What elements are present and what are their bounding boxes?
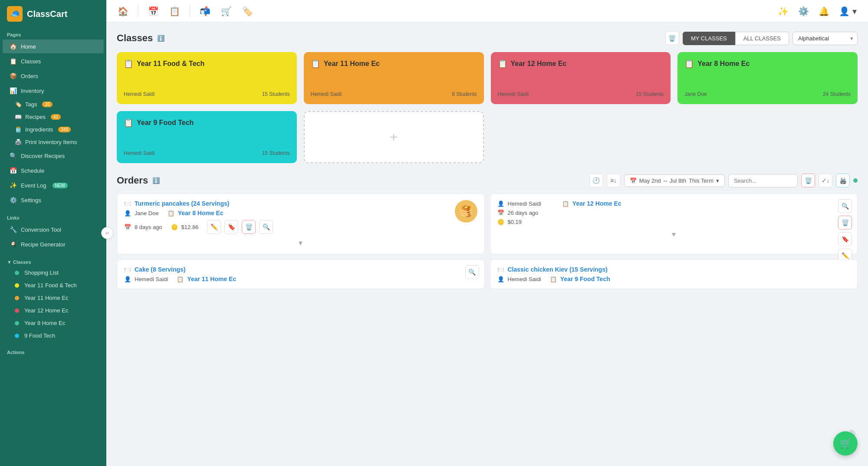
order-3-search-button[interactable]: 🔍: [465, 265, 479, 279]
sidebar-item-schedule[interactable]: 📅 Schedule: [3, 164, 104, 177]
ingredients-badge: 349: [58, 127, 71, 132]
class-card-y8he-students: 24 Students: [823, 91, 851, 97]
order-2-bookmark-button[interactable]: 🔖: [838, 232, 852, 246]
topnav-gear-icon[interactable]: ⚙️: [796, 3, 812, 19]
class-card-y12he-students: 15 Students: [636, 91, 664, 97]
topnav-home-icon[interactable]: 🏠: [115, 3, 131, 19]
order-1-delete-button[interactable]: 🗑️: [242, 220, 256, 234]
date-range-button[interactable]: 📅 May 2nd ↔ Jul 8th This Term ▾: [624, 174, 725, 187]
order-3-teacher: Hemedi Saidi: [135, 276, 168, 282]
y11he-dot: [15, 296, 19, 300]
class-card-y9ft[interactable]: 📋 Year 9 Food Tech Hemedi Saidi 15 Stude…: [117, 111, 297, 163]
class-card-y12he-header: 📋 Year 12 Home Ec: [498, 59, 664, 69]
tags-icon: 🏷️: [15, 101, 22, 108]
logo-icon: 🧢: [7, 6, 23, 22]
all-classes-tab[interactable]: ALL CLASSES: [735, 32, 789, 45]
brand-name: ClassCart: [27, 9, 67, 19]
topnav-clipboard-icon[interactable]: 📋: [167, 3, 183, 19]
add-class-button[interactable]: +: [304, 111, 484, 163]
order-1-search-button[interactable]: 🔍: [259, 220, 273, 234]
classes-sort-select[interactable]: Alphabetical Recent Custom: [792, 32, 858, 45]
sidebar-item-inventory[interactable]: 📊 Inventory: [3, 84, 104, 98]
top-nav: 🏠 📅 📋 📬 🛒 🏷️ ✨ ⚙️ 🔔 👤 ▾: [106, 0, 868, 23]
sidebar-home-label: Home: [21, 43, 36, 50]
order-2-expand[interactable]: ▾: [497, 230, 851, 239]
order-1-image: 🥞: [455, 200, 477, 223]
sidebar-item-recipe-gen[interactable]: 🍳 Recipe Generator: [3, 237, 104, 251]
orders-delete-button[interactable]: 🗑️: [801, 174, 815, 187]
class-card-y12he-name: Year 12 Home Ec: [511, 60, 567, 68]
classes-trash-button[interactable]: 🗑️: [665, 31, 679, 45]
sidebar-item-eventlog[interactable]: ✨ Event Log NEW: [3, 178, 104, 192]
sidebar-class-y8he[interactable]: Year 8 Home Ec: [3, 317, 104, 329]
sidebar-item-discover[interactable]: 🔍 Discover Recipes: [3, 149, 104, 163]
sidebar-class-y11he[interactable]: Year 11 Home Ec: [3, 292, 104, 304]
collapse-sidebar-button[interactable]: ‹‹: [101, 227, 113, 239]
order-1-recipe-link[interactable]: Turmeric pancakes (24 Servings): [135, 200, 229, 207]
sidebar-item-orders[interactable]: 📦 Orders: [3, 69, 104, 83]
sidebar: 🧢 ClassCart Pages 🏠 Home 📋 Classes 📦 Ord…: [0, 0, 106, 466]
class-card-y12he[interactable]: 📋 Year 12 Home Ec Hemedi Saidi 15 Studen…: [491, 52, 671, 104]
order-2-delete-button[interactable]: 🗑️: [838, 216, 852, 230]
sidebar-item-settings[interactable]: ⚙️ Settings: [3, 193, 104, 207]
sidebar-class-y12he[interactable]: Year 12 Home Ec: [3, 305, 104, 316]
order-1-class-link[interactable]: Year 8 Home Ec: [178, 210, 224, 217]
topnav-mail-icon[interactable]: 📬: [197, 3, 213, 19]
class-card-y11ft[interactable]: 📋 Year 11 Food & Tech Hemedi Saidi 15 St…: [117, 52, 297, 104]
links-section-label: Links: [0, 211, 106, 222]
order-4-recipe-link[interactable]: Classic chicken Kiev (15 Servings): [508, 266, 608, 273]
orders-info-icon[interactable]: ℹ️: [152, 177, 160, 184]
topnav-user-icon[interactable]: 👤 ▾: [836, 3, 859, 19]
order-2-corner-actions: 🔍 🗑️ 🔖 ✏️: [838, 199, 852, 263]
topnav-divider-1: [138, 5, 138, 17]
orders-filter-button[interactable]: ≡↓: [607, 174, 621, 187]
order-1-expand[interactable]: ▾: [124, 238, 477, 248]
conversion-icon: 🔧: [10, 226, 16, 233]
sidebar-item-tags[interactable]: 🏷️ Tags 26: [3, 98, 104, 110]
classes-info-icon[interactable]: ℹ️: [157, 35, 164, 42]
order-2-search-button[interactable]: 🔍: [838, 199, 852, 213]
class-card-y11he[interactable]: 📋 Year 11 Home Ec Hemedi Saidi 8 Student…: [304, 52, 484, 104]
orders-history-button[interactable]: 🕐: [589, 174, 603, 187]
topnav-tag-icon[interactable]: 🏷️: [240, 3, 256, 19]
sidebar-item-recipes[interactable]: 📖 Recipes 41: [3, 111, 104, 123]
class-card-y8he[interactable]: 📋 Year 8 Home Ec Jane Doe 24 Students: [677, 52, 858, 104]
topnav-sparkle-icon[interactable]: ✨: [775, 3, 791, 19]
orders-search-input[interactable]: [728, 174, 798, 187]
topnav-calendar-icon[interactable]: 📅: [145, 3, 161, 19]
order-card-4: 🍽️ Classic chicken Kiev (15 Servings) 👤 …: [490, 259, 858, 289]
topnav-basket-icon[interactable]: 🛒: [218, 3, 234, 19]
order-1-bookmark-button[interactable]: 🔖: [224, 220, 238, 234]
orders-print-button[interactable]: 🖨️: [836, 174, 850, 187]
brand-logo[interactable]: 🧢 ClassCart: [0, 0, 106, 28]
sidebar-item-conversion[interactable]: 🔧 Conversion Tool: [3, 223, 104, 236]
sidebar-class-shopping[interactable]: Shopping List: [3, 267, 104, 279]
cart-fab-button[interactable]: 🛒: [833, 431, 858, 456]
sidebar-class-y9ft[interactable]: 9 Food Tech: [3, 330, 104, 341]
classes-icon: 📋: [10, 58, 16, 65]
sidebar-item-home[interactable]: 🏠 Home: [3, 39, 104, 53]
actions-section-label: Actions: [0, 345, 106, 357]
order-3-class-link[interactable]: Year 11 Home Ec: [187, 276, 236, 282]
y9ft-dot: [15, 334, 19, 338]
order-2-class-link[interactable]: Year 12 Home Ec: [572, 200, 621, 207]
sidebar-item-ingredients[interactable]: 🫙 Ingredients 349: [3, 124, 104, 135]
order-3-recipe-link[interactable]: Cake (8 Servings): [135, 266, 186, 273]
order-1-edit-button[interactable]: ✏️: [207, 220, 221, 234]
topnav-right: ✨ ⚙️ 🔔 👤 ▾: [775, 3, 859, 19]
order-2-calendar-icon: 📅: [497, 210, 504, 216]
order-4-teacher-icon: 👤: [497, 276, 504, 282]
order-4-class-link[interactable]: Year 9 Food Tech: [560, 276, 610, 282]
sidebar-item-print[interactable]: 🖨️ Print Inventory Items: [3, 136, 104, 148]
sidebar-class-y11ft[interactable]: Year 11 Food & Tech: [3, 279, 104, 291]
class-card-icon-5: 📋: [124, 118, 133, 128]
y12he-dot: [15, 308, 19, 313]
main-area: 🏠 📅 📋 📬 🛒 🏷️ ✨ ⚙️ 🔔 👤 ▾ Classes ℹ️ 🗑️: [106, 0, 868, 466]
sidebar-item-classes[interactable]: 📋 Classes: [3, 54, 104, 68]
sidebar-class-y12he-label: Year 12 Home Ec: [24, 307, 68, 314]
orders-check-button[interactable]: ✓↓: [819, 174, 832, 187]
my-classes-tab[interactable]: MY CLASSES: [683, 32, 735, 45]
order-1-time: 8 days ago: [135, 224, 162, 230]
class-card-y8he-name: Year 8 Home Ec: [697, 60, 750, 68]
topnav-bell-icon[interactable]: 🔔: [816, 3, 832, 19]
